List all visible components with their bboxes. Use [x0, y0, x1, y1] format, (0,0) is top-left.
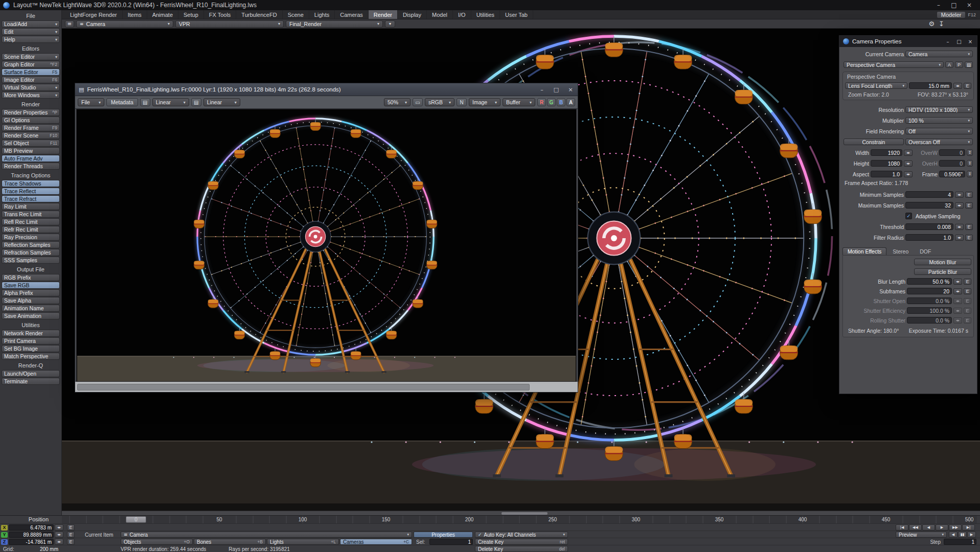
menu-tab[interactable]: Animate	[147, 10, 178, 19]
sidebar-item[interactable]: Trans Rec Limit	[2, 211, 60, 218]
sidebar-item[interactable]: Edit ▾	[2, 28, 60, 35]
preview-select[interactable]: Preview ▾	[896, 532, 947, 538]
envelope-button[interactable]: E	[964, 83, 971, 89]
sidebar-item[interactable]: Trace Reflect	[2, 188, 60, 195]
transport-button[interactable]: |◀	[896, 524, 908, 531]
extra-options-select[interactable]: ▾	[385, 20, 395, 28]
stepper-icon[interactable]: ◂▸	[953, 279, 962, 285]
stepper-icon[interactable]: ◂▸	[955, 202, 964, 209]
sidebar-item[interactable]: Refl Rec Limit	[2, 218, 60, 225]
menu-tab[interactable]: Setup	[178, 10, 204, 19]
stepper-icon[interactable]: ◂▸	[904, 160, 913, 167]
sidebar-item[interactable]: Alpha Prefix	[2, 289, 60, 296]
close-icon[interactable]: ×	[962, 2, 977, 9]
sidebar-item[interactable]: Surface Editor F5	[2, 68, 60, 76]
menu-tab[interactable]: User Tab	[500, 10, 533, 19]
effects-tab[interactable]: Stereo	[887, 247, 914, 255]
transport-button[interactable]: ▶▶	[949, 524, 962, 531]
page-icon[interactable]: ▤	[140, 98, 150, 106]
transport-button[interactable]: ◀◀	[909, 524, 922, 531]
stepper-icon[interactable]: ◂▸	[55, 539, 63, 545]
create-key-button[interactable]: Create Key ret	[475, 539, 568, 545]
updown-icon[interactable]: ↕	[967, 160, 973, 167]
envelope-button[interactable]: E	[964, 317, 971, 324]
sidebar-item[interactable]: Save Animation	[2, 312, 60, 319]
sidebar-item[interactable]: Trace Shadows	[2, 180, 60, 187]
shutter-efficiency-field[interactable]: 100.0 %	[907, 307, 952, 314]
close-icon[interactable]: ×	[967, 39, 973, 44]
menu-tab[interactable]: Display	[398, 10, 427, 19]
lens-mode-select[interactable]: Lens Focal Length ▾	[845, 82, 907, 89]
envelope-button[interactable]: E	[964, 279, 971, 285]
current-item-select[interactable]: ≡ Camera ▾	[121, 532, 412, 538]
timeline-ruler[interactable]: 050100150200250300350400450500	[62, 516, 977, 523]
stepper-icon[interactable]: ◂▸	[904, 150, 913, 156]
sidebar-item[interactable]: Image Editor F6	[2, 76, 60, 83]
sidebar-item[interactable]: Reflection Samples	[2, 241, 60, 248]
item-type-button[interactable]: Objects +O	[121, 539, 193, 545]
sidebar-item[interactable]: Refr Rec Limit	[2, 226, 60, 233]
stepper-icon[interactable]: ◂▸	[953, 317, 962, 324]
page-icon[interactable]: ▤	[191, 98, 201, 106]
menu-tab[interactable]: Cameras	[335, 10, 369, 19]
sidebar-item[interactable]: RGB Prefix	[2, 274, 60, 281]
sidebar-item[interactable]: Virtual Studio ▾	[2, 84, 60, 91]
camera-type-select[interactable]: Perspective Camera ▾	[844, 61, 944, 68]
updown-icon[interactable]: ↕	[967, 171, 973, 177]
envelope-button[interactable]: E	[965, 202, 973, 209]
sidebar-item[interactable]: Load/Add ▾	[2, 20, 60, 28]
step-field[interactable]: 1	[944, 539, 976, 545]
view-camera-select[interactable]: ≡ Camera ▾	[76, 20, 173, 28]
sidebar-item[interactable]: Render Scene F10	[2, 132, 60, 139]
menu-tab[interactable]: TurbulenceFD	[236, 10, 282, 19]
channel-button[interactable]: R	[537, 98, 546, 106]
stepper-icon[interactable]: ◂▸	[904, 171, 913, 177]
effects-tab[interactable]: DOF	[915, 247, 936, 255]
frame-field[interactable]: 0.5906"	[939, 171, 965, 177]
aspect-field[interactable]: 1.0	[871, 171, 902, 177]
focal-length-field[interactable]: 15.0 mm	[909, 82, 952, 89]
stepper-icon[interactable]: ◂▸	[55, 524, 63, 531]
colorspace-select-b[interactable]: Linear ▾	[203, 98, 240, 106]
max-samples-field[interactable]: 32	[905, 202, 953, 209]
preview-control-button[interactable]: ▶	[967, 532, 976, 538]
updown-icon[interactable]: ↕	[967, 149, 973, 156]
sidebar-item[interactable]: GI Options	[2, 117, 60, 124]
sidebar-item[interactable]: Launch/Open	[2, 370, 60, 377]
current-camera-select[interactable]: Camera ▾	[905, 51, 973, 57]
channel-button[interactable]: B	[557, 98, 565, 106]
sidebar-item[interactable]: Match Perspective	[2, 353, 60, 360]
buffer-select[interactable]: Buffer ▾	[503, 98, 535, 106]
auto-key-select[interactable]: ✓ Auto Key: All Channels ▾	[475, 532, 568, 538]
modeler-button[interactable]: Modeler	[937, 11, 966, 18]
sidebar-item[interactable]: Graph Editor ^F2	[2, 61, 60, 68]
menu-tab[interactable]: Scene	[283, 10, 309, 19]
envelope-button[interactable]: E	[67, 539, 75, 545]
resolution-select[interactable]: HDTV (1920 x 1080) ▾	[905, 106, 973, 113]
height-field[interactable]: 1080	[871, 160, 902, 167]
transport-button[interactable]: ▶|	[962, 524, 975, 531]
render-mode-select[interactable]: VPR ▾	[175, 20, 284, 28]
all-cameras-button[interactable]: A	[945, 61, 953, 68]
rendered-image-area[interactable]	[76, 109, 577, 382]
transport-button[interactable]: ◀	[922, 524, 935, 531]
item-type-button[interactable]: Bones +B	[194, 539, 266, 545]
threshold-field[interactable]: 0.008	[905, 223, 953, 230]
sidebar-item[interactable]: Auto Frame Adv	[2, 155, 60, 162]
stepper-icon[interactable]: ◂▸	[953, 83, 962, 89]
filter-radius-field[interactable]: 1.0	[905, 234, 953, 241]
minimize-icon[interactable]: –	[538, 86, 545, 93]
menu-tab[interactable]: Items	[123, 10, 147, 19]
view-menu-icon[interactable]: ≡	[65, 20, 74, 28]
sidebar-item[interactable]: Network Render	[2, 330, 60, 337]
properties-button[interactable]: Properties	[414, 532, 473, 538]
minimize-icon[interactable]: –	[945, 39, 951, 44]
field-rendering-select[interactable]: Off ▾	[905, 128, 973, 134]
envelope-button[interactable]: E	[67, 524, 75, 531]
preview-control-button[interactable]: ◀	[949, 532, 958, 538]
menu-tab[interactable]: I/O	[453, 10, 471, 19]
multiplier-select[interactable]: 100 % ▾	[905, 117, 973, 124]
viewport-scrollbar[interactable]	[62, 511, 980, 515]
envelope-button[interactable]: E	[965, 224, 973, 230]
sidebar-item[interactable]: Animation Name	[2, 305, 60, 312]
